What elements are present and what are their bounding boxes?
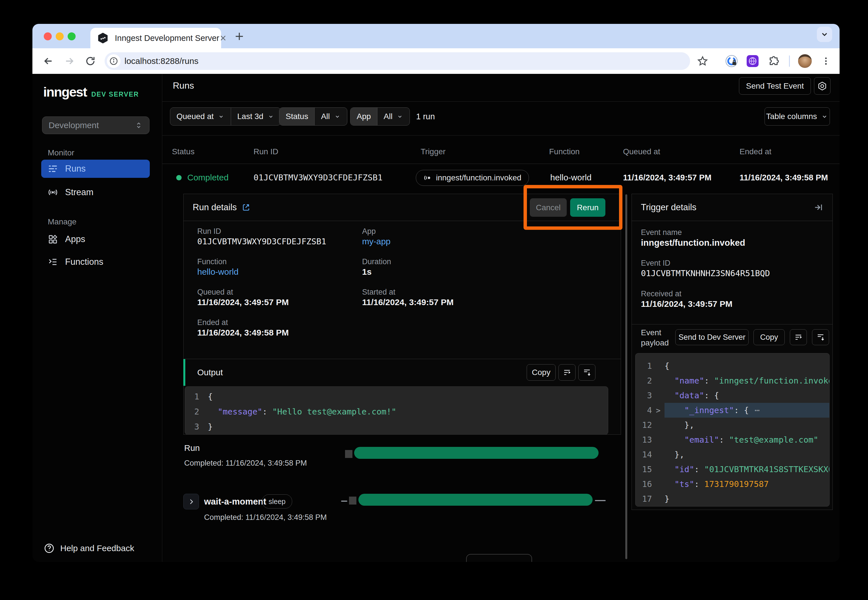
chevron-down-icon	[334, 113, 341, 120]
url-text: localhost:8288/runs	[124, 56, 198, 66]
sidebar-item-label: Functions	[65, 257, 103, 267]
col-header-queued-at[interactable]: Queued at	[623, 147, 660, 156]
profile-avatar[interactable]	[798, 54, 812, 68]
forward-icon[interactable]	[61, 48, 77, 74]
app-label: App	[362, 227, 376, 236]
output-wrap-button[interactable]	[558, 364, 575, 381]
tab-search-button[interactable]	[817, 27, 832, 42]
cancel-button[interactable]: Cancel	[530, 198, 567, 217]
extensions-puzzle-icon[interactable]	[766, 48, 782, 74]
new-tab-button[interactable]	[231, 29, 247, 44]
col-header-status[interactable]: Status	[172, 147, 194, 156]
toolbar-separator	[789, 55, 790, 67]
run-row-id[interactable]: 01JCVBTMV3WXY9D3CFDEJFZSB1	[253, 169, 382, 186]
timeline-run-bar[interactable]	[354, 447, 599, 459]
collapse-panel-icon[interactable]	[814, 203, 823, 212]
output-status-accent	[183, 359, 185, 386]
url-bar[interactable]: localhost:8288/runs	[105, 52, 690, 70]
queued-at-label: Queued at	[197, 288, 233, 297]
close-tab-icon[interactable]	[219, 34, 227, 42]
output-copy-button[interactable]: Copy	[527, 364, 555, 381]
run-details-header: Run details Cancel Rerun	[184, 194, 621, 221]
step-expand-button[interactable]	[183, 494, 199, 509]
trigger-pill[interactable]: inngest/function.invoked	[416, 170, 529, 186]
reload-icon[interactable]	[82, 48, 98, 74]
event-payload-code-block[interactable]: 1{2 "name": "inngest/function.invoked",3…	[635, 353, 830, 506]
details-scrollbar[interactable]	[625, 194, 627, 559]
gear-icon	[817, 81, 827, 91]
purple-extension-icon[interactable]	[745, 48, 760, 74]
time-field-segment[interactable]: Queued at	[170, 108, 231, 125]
trigger-details-panel: Trigger details Event name inngest/funct…	[631, 194, 833, 510]
run-id-value: 01JCVBTMV3WXY9D3CFDEJFZSB1	[197, 236, 326, 246]
bookmark-star-icon[interactable]	[695, 48, 710, 74]
password-manager-extension-icon[interactable]	[724, 48, 739, 74]
settings-button[interactable]	[814, 77, 830, 95]
payload-label-line2: payload	[641, 338, 669, 347]
timeline-step-queue-segment	[349, 497, 357, 505]
monitor-section-label: Monitor	[48, 148, 74, 158]
rerun-button[interactable]: Rerun	[570, 198, 605, 217]
col-header-trigger[interactable]: Trigger	[420, 147, 446, 156]
status-filter-value-segment[interactable]: All	[314, 108, 347, 125]
status-filter[interactable]: Status All	[279, 108, 348, 126]
environment-selector[interactable]: Development	[42, 117, 150, 134]
function-name: hello-world	[550, 173, 592, 182]
invoke-icon	[423, 174, 432, 182]
timeline-step-bar[interactable]	[358, 494, 593, 506]
tab-strip: Inngest Development Server	[32, 24, 839, 48]
browser-tab[interactable]: Inngest Development Server	[90, 28, 221, 48]
functions-icon	[48, 257, 58, 267]
time-filter[interactable]: Queued at Last 3d	[170, 108, 281, 126]
trigger-details-title: Trigger details	[641, 202, 697, 212]
ended-at-value: 11/16/2024, 3:49:58 PM	[197, 328, 289, 338]
site-info-icon[interactable]	[107, 54, 120, 68]
back-icon[interactable]	[40, 48, 56, 74]
received-at-label: Received at	[641, 289, 681, 298]
chevron-down-icon	[821, 113, 828, 120]
time-range-segment[interactable]: Last 3d	[231, 108, 281, 125]
col-header-ended-at[interactable]: Ended at	[739, 147, 771, 156]
runs-icon	[48, 164, 58, 174]
timeline-run-label[interactable]: Run	[184, 443, 200, 453]
send-to-dev-server-button[interactable]: Send to Dev Server	[675, 329, 749, 345]
tab-title: Inngest Development Server	[115, 33, 219, 43]
minimize-window-button[interactable]	[56, 32, 64, 40]
output-section: Output Copy 1{2 "message": "Hello test@e…	[184, 359, 621, 435]
run-row-status[interactable]: Completed	[176, 169, 229, 186]
timeline-step-completed: Completed: 11/16/2024, 3:49:58 PM	[204, 513, 327, 522]
chevron-down-icon	[396, 113, 403, 120]
sidebar-item-apps[interactable]: Apps	[41, 230, 150, 248]
close-window-button[interactable]	[44, 32, 52, 40]
col-header-function[interactable]: Function	[549, 147, 580, 156]
sidebar-item-label: Apps	[65, 234, 85, 244]
output-scroll-bottom-button[interactable]	[578, 364, 595, 381]
status-filter-label-segment: Status	[279, 108, 314, 125]
table-columns-button[interactable]: Table columns	[765, 108, 830, 126]
sidebar-item-runs[interactable]: Runs	[41, 160, 150, 178]
step-name[interactable]: wait-a-moment	[204, 497, 266, 507]
environment-value: Development	[49, 120, 99, 130]
scroll-to-bottom-icon	[583, 368, 591, 377]
browser-menu-icon[interactable]	[818, 48, 834, 74]
payload-copy-button[interactable]: Copy	[753, 329, 785, 345]
open-external-icon[interactable]	[242, 203, 250, 212]
app-filter[interactable]: App All	[350, 108, 410, 126]
browser-window: Inngest Development Server localhost:828…	[32, 24, 839, 562]
col-header-run-id[interactable]: Run ID	[253, 147, 278, 156]
payload-wrap-button[interactable]	[790, 329, 807, 345]
payload-scroll-bottom-button[interactable]	[812, 329, 829, 345]
send-test-event-button[interactable]: Send Test Event	[739, 77, 811, 95]
timeline-run-queue-segment	[345, 450, 352, 458]
output-code-block[interactable]: 1{2 "message": "Hello test@example.com!"…	[185, 386, 608, 435]
ended-at-label: Ended at	[197, 318, 228, 327]
sidebar-item-functions[interactable]: Functions	[41, 253, 150, 271]
run-row-function[interactable]: hello-world	[550, 169, 592, 186]
app-link[interactable]: my-app	[362, 236, 390, 246]
maximize-window-button[interactable]	[68, 32, 76, 40]
function-link[interactable]: hello-world	[197, 267, 238, 277]
sidebar-item-stream[interactable]: Stream	[41, 183, 150, 202]
load-more-button[interactable]	[466, 554, 532, 562]
help-and-feedback[interactable]: Help and Feedback	[44, 540, 134, 556]
app-filter-value-segment[interactable]: All	[377, 108, 410, 125]
